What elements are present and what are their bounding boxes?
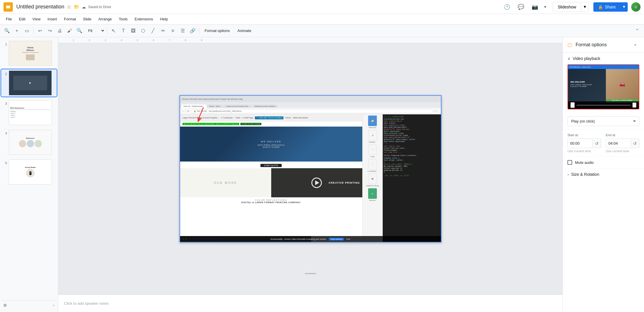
menu-slide[interactable]: Slide — [79, 16, 95, 22]
slide-thumbnail-3[interactable]: 3 Work Experience Heading• Item 1• Item … — [1, 99, 57, 126]
text-tool-button[interactable]: T — [119, 26, 128, 36]
mute-audio-label[interactable]: Mute audio — [575, 160, 594, 165]
grid-view-button[interactable]: ⊞ — [3, 303, 7, 307]
slide-background: Chrome File Edit View History Bookmarks … — [180, 96, 441, 242]
animate-button[interactable]: Animate — [234, 27, 255, 35]
play-button[interactable] — [311, 178, 322, 188]
mute-audio-checkbox[interactable] — [567, 160, 572, 165]
search-tool-button[interactable]: 🔍 — [2, 26, 12, 36]
menu-extensions[interactable]: Extensions — [131, 16, 157, 22]
doc-title[interactable]: Untitled presentation — [16, 4, 64, 10]
website-top-nav: Large Format Printing & Event Graphic...… — [180, 114, 362, 121]
start-time-reset-button[interactable]: ↺ — [592, 139, 601, 148]
browser-tab-3[interactable]: Large Format Printing & Eve... — [224, 104, 252, 108]
video-play-button[interactable]: ▶ — [570, 102, 575, 108]
canvas-scroll[interactable]: Chrome File Edit View History Bookmarks … — [58, 43, 563, 295]
close-panel-button[interactable]: × — [631, 41, 639, 49]
play-mode-section: Play (on click) Play (automatically) Pla… — [563, 113, 644, 130]
slideshow-dropdown-button[interactable]: ▼ — [581, 2, 589, 12]
start-time-input[interactable] — [568, 139, 592, 148]
video-playback-section-header[interactable]: ∨ Video playback — [563, 53, 644, 64]
insert-link-button[interactable]: 🔗 — [188, 26, 197, 36]
undo-button[interactable]: ↩ — [35, 26, 45, 36]
slide-thumbnail-5[interactable]: 5 Social Media 📱 — [1, 158, 57, 186]
comment-tool-button[interactable]: ▭ — [22, 26, 31, 36]
end-time-hint: Use current time — [606, 149, 640, 153]
align-center-button[interactable]: ☰ — [178, 26, 187, 36]
title-area: Untitled presentation ☆ 📁 ☁ Saved to Dri… — [16, 4, 111, 10]
slide-thumbnail-4[interactable]: 4 Reference — [1, 129, 57, 156]
zoom-in-button[interactable]: + — [12, 26, 22, 36]
menu-format[interactable]: Format — [61, 16, 79, 22]
line-tool-button[interactable]: ╱ — [148, 26, 158, 36]
slide-canvas[interactable]: Chrome File Edit View History Bookmarks … — [180, 95, 441, 242]
select-tool-button[interactable]: ↖ — [109, 26, 118, 36]
browser-tab-4[interactable]: Marketing Email | HubSpot — [252, 104, 278, 108]
comments-icon-btn[interactable]: 💬 — [516, 2, 526, 12]
slide-thumbnail-1[interactable]: 1 Olivia Wilson Portfolio Professional — [1, 40, 57, 67]
end-time-input[interactable] — [606, 139, 631, 148]
slide-thumbnail-2[interactable]: 2 ▶ — [1, 69, 57, 97]
play-triangle — [315, 180, 319, 185]
star-icon[interactable]: ☆ — [67, 4, 71, 10]
collapse-panel-button[interactable]: ‹ — [53, 303, 54, 307]
share-button[interactable]: 🔒 Share — [593, 2, 620, 12]
company-section: COLOR REFLECTIONS DIGITAL & LARGE FORMAT… — [180, 197, 362, 205]
format-options-icon: ⬡ — [567, 42, 573, 48]
chevron-down-icon: ∨ — [567, 56, 570, 61]
start-time-hint: Use current time — [567, 149, 601, 153]
pen-tool-button[interactable]: ✏ — [158, 26, 168, 36]
zoom-out-button[interactable]: 🔍 — [75, 26, 84, 36]
speaker-notes[interactable]: Click to add speaker notes — [58, 295, 563, 312]
menu-bar: File Edit View Insert Format Slide Arran… — [0, 14, 644, 24]
menu-edit[interactable]: Edit — [15, 16, 29, 22]
slide-preview-2: ▶ — [9, 70, 52, 95]
zoom-select[interactable]: Fit 50% 75% 100% 150% 200% — [85, 27, 105, 34]
browser-chrome-bar: Chrome File Edit View History Bookmarks … — [180, 96, 441, 102]
browser-tab-2[interactable]: Notion - Write... — [207, 104, 224, 108]
paint-format-button[interactable]: 🖌 — [65, 26, 74, 36]
format-options-toolbar-button[interactable]: Format options — [201, 27, 233, 35]
folder-icon[interactable]: 📁 — [74, 4, 79, 10]
canvas-area: 1 2 3 4 5 6 7 8 9 — [58, 37, 563, 312]
camera-dropdown-icon[interactable]: ▼ — [544, 5, 547, 9]
share-dropdown-button[interactable]: ▼ — [620, 2, 628, 12]
menu-tools[interactable]: Tools — [115, 16, 131, 22]
end-time-reset-button[interactable]: ↺ — [631, 139, 639, 148]
browser-tab-bar: Inbox (2) - foo@example... Notion - Writ… — [180, 102, 441, 108]
menu-file[interactable]: File — [2, 16, 15, 22]
url-input[interactable]: 🔒 Not Secure dev.yiseklocal.com/color_re… — [191, 109, 432, 113]
camera-icon-btn[interactable]: 📷 — [530, 2, 540, 12]
app-icon[interactable] — [3, 2, 13, 12]
shape-tool-button[interactable]: ⬡ — [139, 26, 148, 36]
stop-sharing-btn[interactable]: Stop sharing — [329, 238, 344, 240]
redo-button[interactable]: ↪ — [45, 26, 54, 36]
start-quote-btn[interactable]: START QUOTE — [260, 164, 282, 167]
video-playback-title: Video playback — [573, 56, 600, 61]
collapse-toolbar-button[interactable]: ⌃ — [632, 26, 642, 36]
video-preview-thumbnail: WE DELIVER WITH SPEED, PRECISION & QUALI… — [567, 64, 639, 109]
time-row: Start at: ↺ Use current time End at: ↺ U… — [567, 133, 639, 153]
video-progress-bar[interactable] — [576, 105, 631, 106]
print-button[interactable]: 🖨 — [55, 26, 64, 36]
toolbar: 🔍 + ▭ ↩ ↪ 🖨 🖌 🔍 Fit 50% 75% 100% 150% 20… — [0, 24, 644, 37]
browser-url-bar: ← → ↻ 🔒 Not Secure dev.yiseklocal.com/co… — [180, 108, 441, 114]
website-content-area: Large Format Printing & Event Graphic...… — [180, 114, 441, 242]
history-icon-btn[interactable]: 🕐 — [502, 2, 512, 12]
cloud-icon: ☁ — [82, 5, 86, 9]
size-rotation-section-header[interactable]: › Size & Rotation — [563, 169, 644, 180]
fullscreen-button[interactable]: ⤢ — [632, 102, 636, 108]
slideshow-button[interactable]: Slideshow — [553, 2, 581, 12]
menu-help[interactable]: Help — [157, 16, 171, 22]
align-left-button[interactable]: ≡ — [168, 26, 178, 36]
menu-insert[interactable]: Insert — [44, 16, 61, 22]
toolbar-separator-1 — [33, 27, 33, 34]
menu-arrange[interactable]: Arrange — [95, 16, 115, 22]
user-avatar[interactable]: U — [631, 2, 641, 12]
end-time-col: End at: ↺ Use current time — [606, 133, 640, 153]
image-tool-button[interactable]: 🖼 — [129, 26, 138, 36]
chevron-right-icon: › — [567, 172, 569, 177]
play-mode-select[interactable]: Play (on click) Play (automatically) Pla… — [567, 116, 639, 126]
browser-tab-1[interactable]: Inbox (2) - foo@example... — [181, 104, 207, 108]
menu-view[interactable]: View — [29, 16, 44, 22]
